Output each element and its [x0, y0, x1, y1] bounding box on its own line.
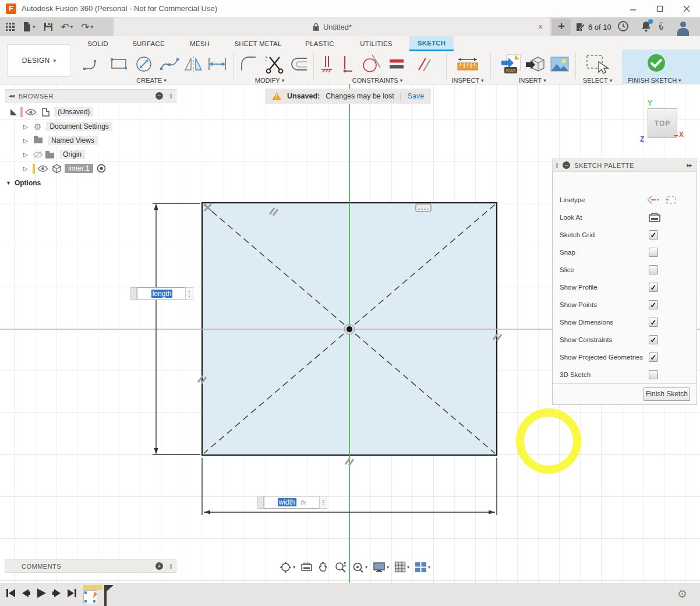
browser-item-document-settings[interactable]: ▷ ⚙ Document Settings [23, 121, 112, 132]
collapsed-arrow-icon[interactable]: ▷ [23, 165, 30, 172]
notifications-button[interactable] [641, 20, 652, 34]
linetype-projection-icon[interactable] [665, 195, 677, 205]
viewports-button[interactable]: ▾ [415, 562, 430, 573]
length-dimension-input[interactable]: length [137, 287, 187, 300]
save-button[interactable] [44, 22, 53, 31]
tab-sheet-metal[interactable]: SHEET METAL [226, 36, 289, 51]
collapse-browser-icon[interactable]: ◀◀ [9, 94, 14, 98]
item-label[interactable]: Document Settings [46, 122, 112, 131]
collapsed-arrow-icon[interactable]: ▷ [23, 124, 30, 130]
browser-grip[interactable]: ‖ [169, 93, 172, 100]
add-comment-icon[interactable]: + [155, 562, 163, 570]
dim-drag-handle[interactable] [130, 287, 137, 300]
save-link[interactable]: Save [400, 92, 425, 100]
show-profile-checkbox[interactable]: ✓ [649, 283, 658, 292]
width-dimension-input[interactable]: width fx [264, 496, 320, 509]
equal-constraint-icon[interactable] [387, 52, 406, 76]
redo-button[interactable]: ↷ ▾ [81, 22, 93, 32]
comments-header[interactable]: COMMENTS + ‖ [5, 559, 176, 573]
select-tool[interactable] [585, 52, 609, 76]
file-menu-button[interactable]: ▾ [23, 22, 36, 32]
visible-eye-icon[interactable] [37, 165, 48, 172]
tab-mesh[interactable]: MESH [182, 36, 218, 51]
tab-plastic[interactable]: PLASTIC [297, 36, 342, 51]
group-constraints[interactable]: CONSTRAINTS▾ [352, 77, 402, 84]
look-at-icon[interactable] [648, 212, 661, 223]
tab-close-icon[interactable]: × [535, 22, 546, 32]
step-back-button[interactable] [21, 589, 31, 598]
offset-tool[interactable] [287, 52, 311, 76]
item-label[interactable]: Origin [59, 150, 85, 159]
tangent-constraint-icon[interactable] [360, 52, 384, 76]
document-tab[interactable]: Untitled* × [114, 17, 550, 36]
palette-visibility-icon[interactable]: − [563, 161, 570, 169]
dim-drag-handle[interactable] [257, 496, 264, 509]
item-label[interactable]: Named Views [48, 136, 98, 145]
zoom-button[interactable] [334, 561, 347, 573]
app-launcher-icon[interactable] [6, 23, 15, 31]
parallel-constraint-icon[interactable] [415, 52, 434, 76]
group-insert[interactable]: INSERT▾ [518, 77, 546, 84]
group-modify[interactable]: MODIFY▾ [255, 77, 284, 84]
new-tab-button[interactable]: + [552, 19, 571, 35]
sketch-grid-checkbox[interactable]: ✓ [649, 230, 658, 239]
circle-tool[interactable] [132, 52, 156, 76]
workspace-selector[interactable]: DESIGN▾ [7, 44, 71, 77]
close-button[interactable] [673, 0, 700, 17]
help-button[interactable]: ? [659, 20, 663, 31]
rectangle-feature-glyph[interactable] [416, 204, 431, 212]
fix-constraint-icon[interactable] [318, 52, 335, 76]
job-status-button[interactable] [617, 20, 629, 32]
view-cube[interactable]: TOP [648, 108, 677, 138]
go-to-end-button[interactable] [67, 589, 77, 598]
collapsed-arrow-icon[interactable]: ▷ [23, 152, 30, 158]
tab-utilities[interactable]: UTILITIES [352, 36, 400, 51]
show-dimensions-checkbox[interactable]: ✓ [649, 318, 658, 327]
length-dim-menu[interactable]: ⋮ [185, 287, 193, 300]
browser-item-named-views[interactable]: ▷ Named Views [23, 135, 98, 146]
browser-root-row[interactable]: (Unsaved) [10, 106, 93, 118]
activate-radio-icon[interactable] [97, 164, 106, 173]
browser-item-origin[interactable]: ▷ Origin [23, 149, 85, 160]
mirror-tool[interactable] [181, 52, 206, 76]
visible-eye-icon[interactable] [25, 108, 37, 116]
group-select[interactable]: SELECT▾ [583, 77, 612, 84]
item-label-selected[interactable]: inner:1 [65, 164, 93, 173]
rectangle-tool[interactable] [107, 52, 131, 76]
sketch-line-tool[interactable] [81, 52, 105, 76]
center-point[interactable] [344, 324, 355, 334]
fillet-tool[interactable] [236, 52, 261, 76]
tab-sketch[interactable]: SKETCH [409, 36, 454, 51]
insert-svg-tool[interactable]: SVG [499, 52, 523, 76]
sketch-feature-icon[interactable] [83, 590, 97, 604]
orbit-button[interactable]: ▾ [280, 561, 295, 573]
insert-image-tool[interactable] [547, 52, 572, 76]
palette-grip[interactable]: ‖ [556, 162, 558, 169]
trim-tool[interactable] [262, 52, 287, 76]
finish-sketch-palette-button[interactable]: Finish Sketch [644, 387, 690, 401]
measure-tool[interactable] [455, 52, 480, 76]
sketch-dimension-tool[interactable] [205, 52, 229, 76]
show-constraints-checkbox[interactable]: ✓ [649, 335, 658, 344]
minimize-button[interactable] [620, 0, 646, 17]
group-inspect[interactable]: INSPECT▾ [451, 77, 483, 84]
insert-mesh-tool[interactable] [523, 52, 547, 76]
expanded-arrow-icon[interactable] [10, 109, 17, 115]
spline-tool[interactable] [157, 52, 182, 76]
timeline-settings-gear-icon[interactable]: ⚙ [677, 587, 687, 601]
browser-visibility-icon[interactable]: − [155, 92, 163, 100]
finish-sketch-button[interactable] [644, 51, 669, 75]
tab-solid[interactable]: SOLID [79, 36, 116, 51]
go-to-start-button[interactable] [6, 589, 16, 598]
maximize-button[interactable] [646, 0, 673, 17]
timeline-sketch-feature[interactable] [83, 585, 102, 604]
snap-checkbox[interactable]: ✓ [649, 248, 658, 257]
vertical-constraint-icon[interactable] [338, 52, 355, 76]
expand-palette-icon[interactable]: ▶▶ [687, 163, 692, 168]
look-at-button[interactable] [300, 562, 313, 572]
options-section-header[interactable]: ▼ Options [6, 179, 41, 187]
browser-header[interactable]: ◀◀ BROWSER − ‖ [5, 89, 176, 103]
slice-checkbox[interactable]: ✓ [649, 265, 658, 274]
show-projected-geometries-checkbox[interactable]: ✓ [649, 353, 658, 362]
play-button[interactable] [36, 588, 47, 598]
